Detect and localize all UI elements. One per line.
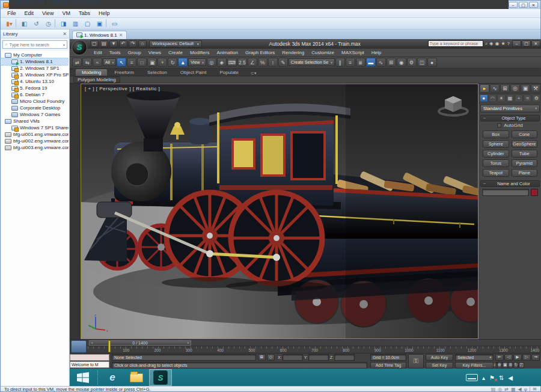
vm-display[interactable]: S ▢▤▼↶↷⌂ Workspaces: Default ▾ Autodesk … — [70, 39, 541, 386]
library-close-icon[interactable]: ✕ — [63, 31, 67, 37]
systems-icon[interactable]: ⚙ — [532, 94, 540, 102]
polygon-modeling-panel[interactable]: Polygon Modeling — [73, 76, 120, 83]
tab-modify[interactable]: ∿ — [490, 84, 500, 93]
primitive-button-pyramid[interactable]: Pyramid — [512, 159, 538, 167]
maximize-viewport-icon[interactable]: ◰ — [519, 362, 524, 369]
align-icon[interactable]: ≡ — [346, 58, 355, 67]
tree-item-4-ubuntu-13-10[interactable]: 4. Ubuntu 13.10 — [1, 78, 69, 85]
max-minimize-button[interactable]: – — [512, 40, 521, 47]
fullscreen-button[interactable]: ▢ — [82, 19, 93, 28]
tree-item-3-windows-xp-pro-sp3[interactable]: 3. Windows XP Pro SP3 — [1, 72, 69, 78]
max-close-button[interactable]: ✕ — [531, 40, 540, 47]
favorites-icon[interactable]: ★ — [501, 41, 505, 47]
max-menu-views[interactable]: Views — [145, 50, 165, 55]
snaps-toggle-icon[interactable]: 2.5 — [237, 58, 247, 67]
show-library-button[interactable]: ▭ — [109, 19, 120, 28]
communication-center-icon[interactable]: ◉ — [495, 41, 499, 47]
go-to-start-button[interactable]: ⇤ — [495, 354, 504, 361]
edit-named-selections-icon[interactable]: ✎ — [278, 58, 288, 67]
vmware-maximize-button[interactable]: ▢ — [519, 2, 528, 8]
geometry-icon[interactable]: ● — [480, 94, 488, 102]
keyboard-override-icon[interactable]: ⌨ — [227, 58, 237, 67]
select-and-link-icon[interactable]: ⇄ — [72, 58, 82, 67]
set-keys-button[interactable]: ⚿ — [408, 354, 424, 369]
explorer-taskbar-icon[interactable] — [125, 369, 148, 386]
pan-icon[interactable]: ⊞ — [509, 362, 513, 369]
vmware-minimize-button[interactable]: – — [509, 2, 518, 8]
viewcube[interactable] — [437, 91, 469, 118]
material-editor-icon[interactable]: ◉ — [397, 58, 406, 67]
max-menu-tools[interactable]: Tools — [106, 50, 124, 55]
ie-taskbar-icon[interactable]: e — [101, 369, 124, 386]
perspective-viewport[interactable]: [ + ] [ Perspective ] [ Realistic ] — [81, 84, 478, 339]
primitive-button-plane[interactable]: Plane — [512, 169, 538, 177]
max-menu-modifiers[interactable]: Modifiers — [186, 50, 213, 55]
summary-view-button[interactable]: ▥ — [70, 19, 81, 28]
primitive-button-geosphere[interactable]: GeoSphere — [512, 140, 538, 148]
maxscript-mini-listener[interactable]: Welcome to M — [70, 361, 109, 368]
select-object-icon[interactable]: ↖ — [117, 58, 126, 67]
ribbon-toggle-icon[interactable]: ▬ — [366, 58, 376, 67]
tree-item-5-fedora-19[interactable]: 5. Fedora 19 — [1, 85, 69, 91]
console-view-button[interactable]: ◨ — [58, 19, 69, 28]
vmware-menu-file[interactable]: File — [3, 10, 20, 16]
object-name-field[interactable] — [482, 189, 529, 196]
space-warps-icon[interactable]: ≈ — [524, 94, 532, 102]
library-search[interactable]: ⌕ ▾ — [2, 40, 67, 49]
max-menu-graph-editors[interactable]: Graph Editors — [242, 50, 278, 55]
printer-status-icon[interactable]: ▦ — [511, 387, 516, 392]
power-dropdown-button[interactable]: ▮▾ — [4, 19, 14, 28]
shapes-icon[interactable]: ◠ — [489, 94, 497, 102]
tab-utilities[interactable]: ⚒ — [531, 84, 540, 93]
network-icon[interactable]: ⇅ — [499, 375, 504, 381]
tree-item-bfg-ui002-eng-vmware-com[interactable]: bfg-ui002.eng.vmware.com — [1, 138, 69, 144]
window-crossing-icon[interactable]: ▣ — [147, 58, 157, 67]
select-by-name-icon[interactable]: ≡ — [127, 58, 136, 67]
max-menu-group[interactable]: Group — [124, 50, 144, 55]
vmware-menu-vm[interactable]: VM — [58, 10, 75, 16]
tree-item-my-computer[interactable]: My Computer — [1, 52, 69, 58]
vmware-menu-help[interactable]: Help — [94, 10, 114, 16]
volume-icon[interactable]: ◀ — [508, 375, 513, 381]
tree-item-1-windows-8-1[interactable]: 1. Windows 8.1 — [1, 58, 69, 65]
new-scene-button[interactable]: ▢ — [90, 40, 99, 47]
unity-button[interactable]: ▣ — [94, 19, 105, 28]
subscription-icon[interactable]: ◈ — [489, 41, 493, 47]
action-center-icon[interactable]: ⚑x — [489, 375, 495, 381]
object-type-rollout[interactable]: − Object Type — [480, 115, 540, 121]
primitive-button-tube[interactable]: Tube — [512, 150, 538, 158]
select-and-scale-icon[interactable]: ▲ — [178, 58, 188, 67]
key-mode-dropdown[interactable]: Selected ▾ — [455, 354, 494, 361]
bind-to-space-warp-icon[interactable]: ≈ — [93, 58, 102, 67]
object-color-swatch[interactable] — [531, 189, 538, 196]
named-selection-dropdown[interactable]: Create Selection Se▾ — [289, 58, 335, 66]
message-log-icon[interactable]: ✉ — [533, 387, 537, 392]
macro-recorder[interactable] — [70, 354, 109, 361]
save-file-button[interactable]: ▼ — [109, 40, 118, 47]
tree-item-bfg-ui001-eng-vmware-com[interactable]: bfg-ui001.eng.vmware.com — [1, 131, 69, 138]
spinner-snap-icon[interactable]: ↕ — [268, 58, 278, 67]
go-to-end-button[interactable]: ⇥ — [531, 354, 540, 361]
name-color-rollout[interactable]: − Name and Color — [480, 180, 540, 187]
sound-status-icon[interactable]: ◀ — [518, 387, 521, 392]
project-folder-button[interactable]: ⌂ — [138, 40, 147, 47]
render-setup-icon[interactable]: ⚙ — [407, 58, 417, 67]
max-menu-help[interactable]: Help — [368, 50, 385, 55]
set-key-button[interactable]: Set Key — [426, 362, 453, 369]
zoom-icon[interactable]: ⌕ — [493, 362, 497, 369]
absolute-offset-toggle[interactable]: ◇ — [267, 354, 275, 361]
rectangular-selection-icon[interactable]: □ — [137, 58, 147, 67]
workspace-dropdown[interactable]: Workspaces: Default ▾ — [149, 40, 202, 47]
play-button[interactable]: ▶ — [513, 354, 522, 361]
vm-tab-close-icon[interactable]: ✕ — [119, 32, 123, 38]
autogrid-row[interactable]: AutoGrid — [478, 121, 541, 129]
open-file-button[interactable]: ▤ — [100, 40, 108, 47]
max-menu-edit[interactable]: Edit — [90, 50, 106, 55]
take-snapshot-button[interactable]: ◧ — [19, 19, 29, 28]
add-time-tag[interactable]: Add Time Tag — [370, 362, 406, 369]
percent-snap-icon[interactable]: % — [258, 58, 267, 67]
ribbon-overflow-icon[interactable]: ⊂▾ — [251, 71, 256, 76]
lights-icon[interactable]: ☀ — [497, 94, 506, 102]
help-icon[interactable]: ? — [507, 41, 510, 47]
select-and-manipulate-icon[interactable]: ◈ — [217, 58, 227, 67]
